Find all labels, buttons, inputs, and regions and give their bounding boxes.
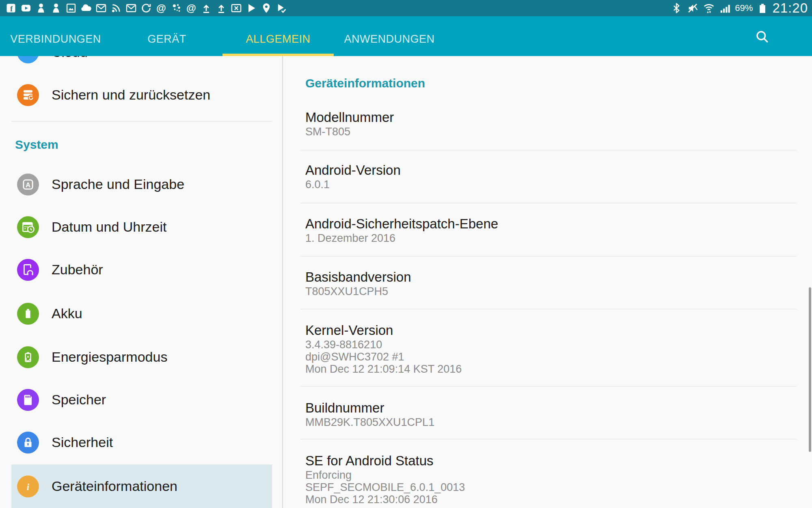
row-divider xyxy=(300,150,797,150)
info-value: Mon Dec 12 21:09:14 KST 2016 xyxy=(305,363,797,375)
info-value: Enforcing xyxy=(305,469,797,481)
info-value: 6.0.1 xyxy=(305,178,797,191)
search-icon xyxy=(755,29,769,44)
wifi-icon xyxy=(702,2,715,15)
sidebar-item-label: Akku xyxy=(52,306,82,321)
rss-icon xyxy=(110,2,122,14)
tab-label: ALLGEMEIN xyxy=(246,33,310,46)
sidebar-item-label: Sprache und Eingabe xyxy=(52,176,184,192)
svg-text:@: @ xyxy=(186,2,196,13)
content-scrollbar[interactable] xyxy=(809,287,811,452)
info-row-android-version[interactable]: Android-Version 6.0.1 xyxy=(305,163,797,191)
storage-icon xyxy=(17,389,39,411)
sidebar-item-language-input[interactable]: A Sprache und Eingabe xyxy=(11,163,272,206)
row-divider xyxy=(300,386,797,386)
info-row-build-number[interactable]: Buildnummer MMB29K.T805XXU1CPL1 xyxy=(305,400,797,428)
info-value: 1. Dezember 2016 xyxy=(305,232,797,244)
row-divider xyxy=(300,203,797,203)
power-saving-icon xyxy=(17,346,39,368)
info-title: Kernel-Version xyxy=(305,323,797,338)
sidebar-item-label: Speicher xyxy=(52,392,106,408)
info-title: Basisbandversion xyxy=(305,269,797,285)
info-value: 3.4.39-8816210 xyxy=(305,339,797,351)
info-title: Buildnummer xyxy=(305,400,797,416)
sidebar-item-label: Energiesparmodus xyxy=(52,349,167,365)
svg-text:A: A xyxy=(26,181,30,189)
settings-screen: f @ @ 69% 21:20 xyxy=(0,0,812,508)
info-row-model-number[interactable]: Modellnummer SM-T805 xyxy=(305,110,797,138)
contact-icon xyxy=(50,2,62,14)
upload-icon xyxy=(200,2,212,14)
email-at-icon: @ xyxy=(155,2,167,14)
row-divider xyxy=(300,256,797,256)
info-value: SEPF_SECMOBILE_6.0.1_0013 xyxy=(305,481,797,493)
sidebar-item-accessories[interactable]: Zubehör xyxy=(11,248,272,291)
sync-update-icon xyxy=(140,2,152,14)
sound-muted-icon xyxy=(686,2,699,15)
sidebar-item-label: Zubehör xyxy=(52,262,103,278)
info-title: Android-Sicherheitspatch-Ebene xyxy=(305,216,797,232)
info-value: MMB29K.T805XXU1CPL1 xyxy=(305,416,797,428)
tab-geraet[interactable]: GERÄT xyxy=(111,16,222,56)
notification-icons: f @ @ xyxy=(0,2,287,14)
youtube-icon xyxy=(20,2,32,14)
bluetooth-icon xyxy=(670,2,683,15)
battery-icon xyxy=(756,2,769,15)
cloud-icon xyxy=(80,2,92,14)
info-row-se-android-status[interactable]: SE for Android Status Enforcing SEPF_SEC… xyxy=(305,453,797,506)
tab-anwendungen[interactable]: ANWENDUNGEN xyxy=(334,16,445,56)
sidebar-item-power-saving[interactable]: Energiesparmodus xyxy=(11,335,272,379)
contact-icon xyxy=(35,2,47,14)
security-icon xyxy=(17,432,39,454)
info-title: Android-Version xyxy=(305,163,797,178)
svg-text:@: @ xyxy=(156,2,166,13)
sidebar-item-backup-reset[interactable]: Sichern und zurücksetzen xyxy=(11,73,272,117)
sidebar-item-label: Datum und Uhrzeit xyxy=(52,219,166,235)
tab-label: ANWENDUNGEN xyxy=(344,33,434,46)
language-input-icon: A xyxy=(17,174,39,195)
tab-verbindungen[interactable]: VERBINDUNGEN xyxy=(0,16,111,56)
tab-bar: VERBINDUNGEN GERÄT ALLGEMEIN ANWENDUNGEN xyxy=(0,16,812,56)
date-time-icon xyxy=(17,216,39,238)
gmail-icon xyxy=(95,2,107,14)
search-button[interactable] xyxy=(752,27,772,46)
battery-icon xyxy=(17,303,39,325)
play-verified-icon xyxy=(275,2,287,14)
sidebar-item-battery[interactable]: Akku xyxy=(11,292,272,335)
gmail-icon xyxy=(125,2,137,14)
battery-percent: 69% xyxy=(735,3,753,13)
info-value: Mon Dec 12 21:30:06 2016 xyxy=(305,493,797,506)
tab-allgemein[interactable]: ALLGEMEIN xyxy=(222,16,334,56)
sidebar-item-storage[interactable]: Speicher xyxy=(11,378,272,421)
info-title: Modellnummer xyxy=(305,110,797,125)
status-clock: 21:20 xyxy=(772,0,808,16)
row-divider xyxy=(300,309,797,309)
sidebar-divider xyxy=(11,121,272,122)
sidebar-item-date-time[interactable]: Datum und Uhrzeit xyxy=(11,205,272,249)
info-value: SM-T805 xyxy=(305,126,797,138)
backup-restore-icon xyxy=(17,84,39,106)
info-row-baseband[interactable]: Basisbandversion T805XXU1CPH5 xyxy=(305,269,797,297)
device-info-panel: Geräteinformationen Modellnummer SM-T805… xyxy=(283,56,812,508)
play-store-icon xyxy=(245,2,257,14)
sidebar-item-device-info[interactable]: i Geräteinformationen xyxy=(11,465,272,508)
tab-label: VERBINDUNGEN xyxy=(10,33,101,46)
sidebar-item-label: Sicherheit xyxy=(52,434,113,450)
info-row-kernel[interactable]: Kernel-Version 3.4.39-8816210 dpi@SWHC37… xyxy=(305,323,797,375)
signal-strength-icon xyxy=(719,2,732,15)
svg-text:i: i xyxy=(27,482,30,492)
maps-icon xyxy=(260,2,272,14)
info-row-security-patch[interactable]: Android-Sicherheitspatch-Ebene 1. Dezemb… xyxy=(305,216,797,244)
voice-command-icon xyxy=(170,2,182,14)
sidebar-item-security[interactable]: Sicherheit xyxy=(11,421,272,464)
settings-sidebar: Cloud Sichern und zurücksetzen System A … xyxy=(0,56,282,508)
tab-label: GERÄT xyxy=(147,33,186,46)
sidebar-item-cloud[interactable]: Cloud xyxy=(11,56,272,74)
device-info-icon: i xyxy=(17,475,39,497)
row-divider xyxy=(300,439,797,439)
status-indicators: 69% 21:20 xyxy=(670,0,808,16)
accessories-icon xyxy=(17,259,39,281)
mail-failed-icon xyxy=(230,2,242,14)
svg-text:f: f xyxy=(10,4,13,13)
info-value: dpi@SWHC3702 #1 xyxy=(305,351,797,363)
